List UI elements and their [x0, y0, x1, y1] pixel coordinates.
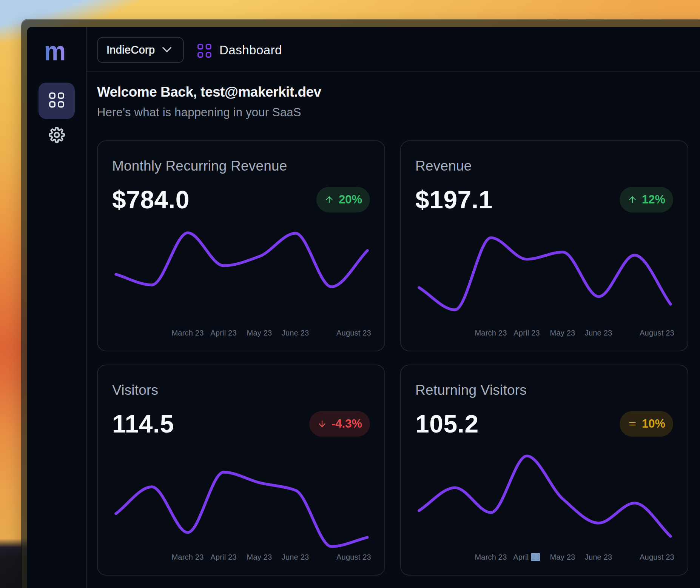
sidebar-item-settings[interactable]	[39, 127, 74, 144]
trend-label: 20%	[339, 193, 362, 206]
x-axis-tick: April 23	[210, 553, 236, 561]
x-axis-tick: August 23	[640, 553, 674, 561]
selected-text: 23	[531, 553, 540, 561]
top-header: IndieCorp	[87, 27, 700, 72]
trend-badge: 10%	[620, 411, 673, 437]
card-title: Monthly Recurring Revenue	[112, 158, 370, 174]
chevron-down-icon	[159, 42, 175, 58]
line-chart: March 23April 23May 23June 23August 23	[112, 440, 370, 560]
x-axis: March 23April 23May 23June 23August 23	[112, 440, 370, 560]
card-value-row: 114.5 -4.3%	[112, 411, 370, 437]
arrow-down-icon	[317, 419, 327, 429]
x-axis-tick: June 23	[282, 329, 309, 337]
x-axis-tick: August 23	[336, 553, 371, 561]
gear-icon	[48, 126, 66, 146]
card-value: 105.2	[415, 409, 479, 438]
sidebar-item-dashboard[interactable]	[39, 83, 75, 119]
x-axis-tick: August 23	[640, 329, 674, 337]
card-title: Visitors	[112, 382, 370, 398]
trend-badge: -4.3%	[309, 411, 370, 437]
card-value: 114.5	[112, 409, 174, 438]
stat-card-returning-visitors: Returning Visitors 105.2 10% March 23Apr…	[400, 365, 688, 576]
arrow-up-icon	[628, 195, 637, 205]
card-value-row: 105.2 10%	[415, 411, 673, 437]
x-axis-tick: May 23	[550, 329, 575, 337]
card-value: $197.1	[415, 185, 493, 214]
stat-card-revenue: Revenue $197.1 12% March 23April 23May 2…	[400, 140, 688, 351]
card-value: $784.0	[112, 185, 190, 214]
x-axis-tick: May 23	[550, 553, 575, 561]
line-chart: March 23April 23May 23June 23August 23	[112, 215, 370, 336]
x-axis-tick: June 23	[282, 553, 309, 561]
x-axis: March 23April 23May 23June 23August 23	[415, 440, 673, 560]
x-axis-tick: August 23	[336, 329, 371, 337]
main-area: IndieCorp	[87, 27, 700, 588]
x-axis-tick: April 23	[513, 553, 540, 561]
x-axis-tick: March 23	[172, 553, 204, 561]
line-chart: March 23April 23May 23June 23August 23	[415, 440, 673, 560]
x-axis-tick: May 23	[247, 329, 272, 337]
x-axis-tick: June 23	[585, 553, 612, 561]
card-value-row: $784.0 20%	[112, 186, 370, 213]
x-axis: March 23April 23May 23June 23August 23	[112, 215, 370, 336]
x-axis-tick: May 23	[247, 553, 272, 561]
trend-label: 12%	[642, 193, 665, 206]
x-axis-tick: April 23	[210, 329, 236, 337]
x-axis-tick: March 23	[475, 329, 507, 337]
app-window: m	[22, 19, 700, 588]
makerkit-logo[interactable]: m	[44, 37, 66, 65]
x-axis-tick: March 23	[475, 553, 507, 561]
page-head: Dashboard	[197, 41, 282, 59]
app-surface: m	[27, 27, 700, 588]
card-title: Returning Visitors	[415, 382, 673, 398]
trend-badge: 20%	[316, 187, 370, 212]
trend-badge: 12%	[620, 187, 673, 212]
dashboard-grid-icon	[197, 44, 211, 59]
card-title: Revenue	[415, 158, 673, 174]
card-value-row: $197.1 12%	[415, 186, 673, 213]
x-axis-tick: March 23	[172, 329, 204, 337]
x-axis: March 23April 23May 23June 23August 23	[415, 215, 673, 336]
trend-label: 10%	[642, 417, 665, 431]
page-title: Dashboard	[219, 43, 282, 57]
stat-card-monthly-recurring-revenue: Monthly Recurring Revenue $784.0 20% Mar…	[97, 140, 385, 351]
grid-icon	[49, 92, 64, 109]
line-chart: March 23April 23May 23June 23August 23	[415, 215, 673, 336]
org-switcher-button[interactable]: IndieCorp	[97, 37, 184, 63]
logo-box: m	[27, 27, 86, 72]
stat-card-visitors: Visitors 114.5 -4.3% March 23April 23May…	[97, 365, 385, 576]
org-switcher-label: IndieCorp	[106, 44, 155, 56]
equals-icon	[628, 419, 637, 429]
x-axis-tick: June 23	[585, 329, 612, 337]
welcome-title: Welcome Back, test@makerkit.dev	[97, 84, 700, 100]
content: Welcome Back, test@makerkit.dev Here's w…	[87, 72, 700, 588]
sidebar: m	[27, 27, 87, 588]
arrow-up-icon	[324, 195, 334, 205]
cards-grid: Monthly Recurring Revenue $784.0 20% Mar…	[97, 140, 700, 576]
x-axis-tick: April 23	[513, 329, 540, 337]
welcome-subtitle: Here's what is happening in your SaaS	[97, 106, 700, 119]
trend-label: -4.3%	[331, 417, 362, 431]
